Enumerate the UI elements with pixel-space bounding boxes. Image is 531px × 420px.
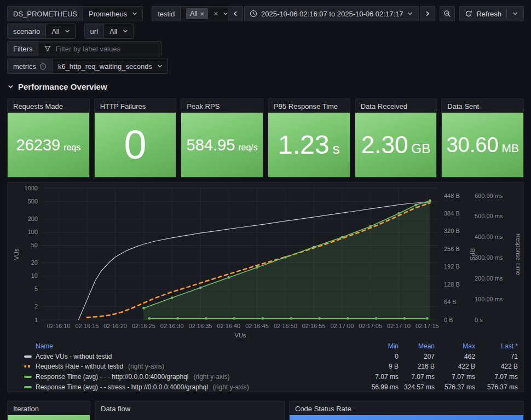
stat-panel-http-failures: HTTP Failures 0	[94, 98, 177, 178]
series-axis-note: (right y-axis)	[213, 383, 249, 391]
stat-unit: req/s	[238, 143, 257, 152]
code-status-stat-bar	[290, 415, 523, 420]
zoom-out-icon	[443, 10, 451, 18]
panel-title[interactable]: Iteration	[8, 401, 90, 415]
refresh-interval-caret[interactable]	[512, 10, 518, 17]
svg-text:02:17:00: 02:17:00	[330, 323, 354, 329]
svg-text:02:17:05: 02:17:05	[359, 323, 382, 329]
iteration-stat-bar	[8, 415, 90, 420]
filters-input[interactable]	[55, 45, 155, 53]
testid-chip-label: All	[190, 10, 197, 18]
svg-text:02:17:10: 02:17:10	[387, 323, 411, 329]
svg-text:64 B: 64 B	[444, 299, 457, 305]
chevron-down-icon	[157, 63, 163, 69]
chevron-down-icon	[64, 28, 71, 34]
testid-chip[interactable]: All ×	[186, 8, 208, 19]
svg-text:02:16:55: 02:16:55	[302, 323, 326, 329]
time-range-text: 2025-10-06 02:16:07 to 2025-10-06 02:17:…	[261, 10, 403, 18]
panel-title[interactable]: Peak RPS	[181, 99, 263, 112]
button-divider	[506, 9, 507, 18]
panel-data-flow: Data flow	[95, 401, 285, 420]
series-name[interactable]: Response Time (avg) - - - http://0.0.0.0…	[36, 373, 188, 381]
panel-title[interactable]: P95 Response Time	[268, 99, 350, 112]
svg-text:2: 2	[34, 303, 38, 310]
svg-text:0 B: 0 B	[444, 317, 453, 323]
panel-title[interactable]: HTTP Failures	[95, 99, 176, 112]
svg-text:200.00 ms: 200.00 ms	[475, 275, 503, 282]
series-name[interactable]: Response Time (avg) - - stress - http://…	[36, 383, 208, 391]
legend-row[interactable]: Response Time (avg) - - - http://0.0.0.0…	[24, 372, 518, 382]
legend-col-max[interactable]: Max	[435, 342, 475, 350]
panel-title[interactable]: Data Sent	[442, 99, 523, 112]
legend-value-mean: 207	[399, 353, 435, 360]
svg-text:192 B: 192 B	[444, 263, 460, 270]
svg-text:02:16:40: 02:16:40	[217, 323, 240, 329]
chevron-down-icon	[407, 10, 413, 17]
legend-col-min[interactable]: Min	[362, 342, 399, 350]
legend-row[interactable]: Active VUs - without testid020746271	[24, 352, 518, 362]
panel-title[interactable]: Code Status Rate	[290, 401, 523, 415]
svg-text:02:16:15: 02:16:15	[75, 323, 99, 329]
time-range-picker[interactable]: 2025-10-06 02:16:07 to 2025-10-06 02:17:…	[244, 6, 419, 21]
chart-area[interactable]: 12510205010020050010000 B64 B128 B192 B2…	[12, 185, 520, 341]
zoom-out-button[interactable]	[440, 6, 455, 21]
toolbar-row-4: metrics k6_http_req_waiting_seconds	[7, 59, 168, 74]
datasource-variable: DS_PROMETHEUS Prometheus	[7, 6, 143, 21]
collapse-chevron-icon	[7, 83, 14, 90]
scenario-select[interactable]: All	[45, 24, 75, 39]
metrics-select[interactable]: k6_http_req_waiting_seconds	[52, 59, 168, 74]
stat-unit: s	[332, 142, 339, 156]
time-shift-forward-button[interactable]	[420, 6, 435, 21]
stat-panel-requests-made: Requests Made 26239reqs	[7, 98, 90, 178]
svg-text:500.00 ms: 500.00 ms	[475, 213, 503, 219]
svg-text:1000: 1000	[25, 185, 38, 191]
stat-value: 2.30	[361, 133, 408, 157]
svg-text:384 B: 384 B	[444, 210, 460, 217]
stat-unit: GB	[411, 142, 430, 155]
legend-col-last[interactable]: Last *	[475, 342, 518, 350]
svg-text:5: 5	[34, 285, 38, 292]
svg-text:50: 50	[31, 242, 38, 248]
panel-title[interactable]: Data flow	[95, 401, 284, 415]
filters-label: Filters	[7, 41, 38, 56]
info-icon[interactable]	[39, 63, 47, 70]
legend-row[interactable]: Response Time (avg) - - stress - http://…	[24, 382, 518, 392]
series-color-swatch	[24, 376, 32, 378]
url-select[interactable]: All	[103, 24, 133, 39]
row-performance-overview[interactable]: Performance Overview	[7, 82, 107, 91]
testid-label: testid	[152, 6, 181, 21]
svg-text:400.00 ms: 400.00 ms	[475, 234, 503, 240]
datasource-select[interactable]: Prometheus	[83, 6, 143, 21]
legend-col-mean[interactable]: Mean	[399, 342, 435, 350]
stat-unit: reqs	[64, 143, 80, 152]
panel-title[interactable]: Data Received	[355, 99, 437, 112]
series-name[interactable]: Active VUs - without testid	[36, 353, 112, 360]
legend-col-name[interactable]: Name	[36, 342, 53, 350]
refresh-button[interactable]: Refresh	[459, 6, 524, 21]
clear-all-icon[interactable]: ×	[213, 9, 218, 18]
metrics-label-text: metrics	[13, 62, 36, 71]
series-name[interactable]: Requests Rate - without testid	[36, 363, 123, 370]
legend-value-max: 462	[435, 353, 475, 360]
grafana-dashboard: DS_PROMETHEUS Prometheus testid All × ×	[0, 0, 531, 420]
legend-row[interactable]: Requests Rate - without testid(right y-a…	[24, 361, 518, 372]
svg-text:VUs: VUs	[13, 248, 20, 260]
panel-title[interactable]: Requests Made	[8, 99, 89, 112]
stat-value: 26239	[16, 137, 61, 153]
svg-text:600.00 ms: 600.00 ms	[475, 192, 503, 199]
time-shift-back-button[interactable]	[228, 6, 243, 21]
chip-remove-icon[interactable]: ×	[200, 10, 205, 18]
panel-iteration: Iteration	[7, 401, 90, 420]
metrics-label: metrics	[7, 59, 53, 74]
timeseries-chart[interactable]: 12510205010020050010000 B64 B128 B192 B2…	[12, 185, 520, 341]
svg-text:256 B: 256 B	[444, 246, 460, 252]
chevron-down-icon	[122, 28, 129, 34]
svg-text:1: 1	[34, 317, 38, 323]
stat-body: 26239reqs	[8, 113, 89, 177]
svg-text:100: 100	[28, 229, 38, 235]
stat-body: 2.30GB	[355, 113, 437, 177]
filters-input-wrap	[38, 41, 161, 56]
toolbar-row-1: DS_PROMETHEUS Prometheus testid All × ×	[7, 6, 234, 21]
chart-legend: Name Min Mean Max Last * Active VUs - wi…	[24, 341, 518, 392]
testid-multiselect[interactable]: All × ×	[180, 6, 234, 21]
